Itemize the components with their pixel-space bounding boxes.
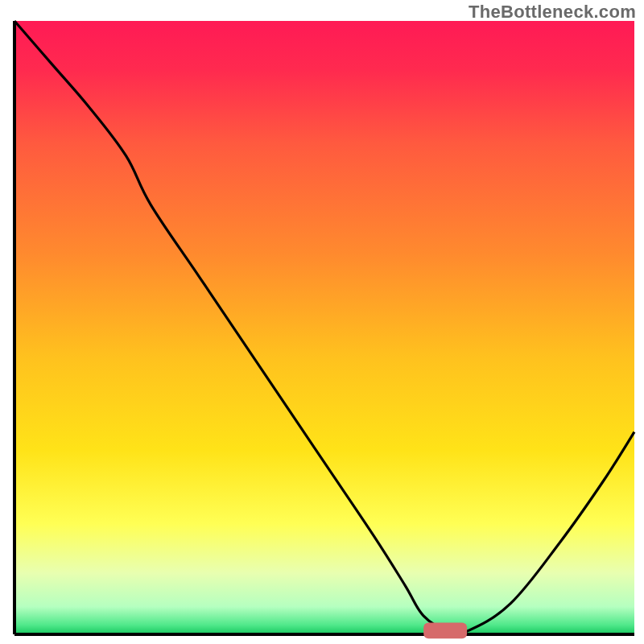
plot-area-gradient: [14, 21, 634, 634]
chart-svg: [0, 0, 644, 644]
optimal-range-marker: [423, 623, 467, 639]
bottleneck-chart: TheBottleneck.com: [0, 0, 644, 644]
